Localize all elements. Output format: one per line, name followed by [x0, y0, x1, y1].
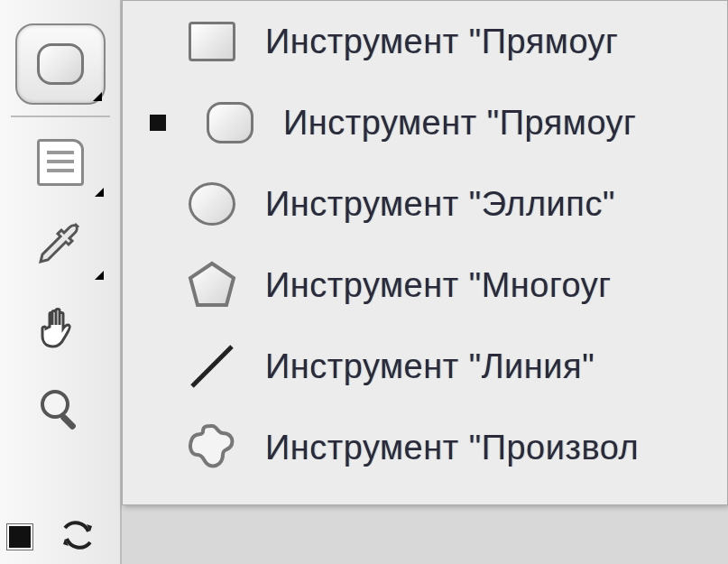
menu-item-custom-shape[interactable]: Инструмент "Произвол [123, 407, 727, 488]
notes-icon [37, 139, 84, 186]
flyout-indicator-icon [93, 92, 102, 101]
hand-icon [35, 301, 86, 356]
menu-item-rectangle[interactable]: Инструмент "Прямоуг [123, 1, 727, 82]
eyedropper-icon [35, 218, 86, 273]
rounded-rectangle-tool[interactable] [15, 23, 106, 105]
svg-line-3 [192, 347, 232, 386]
swap-colors-icon[interactable] [60, 517, 96, 557]
svg-marker-2 [190, 264, 234, 305]
ellipse-icon [189, 182, 235, 226]
menu-label: Инструмент "Прямоуг [265, 23, 618, 61]
flyout-indicator-icon [95, 271, 104, 280]
svg-point-0 [42, 392, 68, 417]
menu-item-rounded-rectangle[interactable]: Инструмент "Прямоуг [123, 82, 727, 163]
menu-label: Инструмент "Прямоуг [283, 104, 636, 143]
menu-label: Инструмент "Эллипс" [265, 185, 615, 224]
selected-indicator-icon [150, 115, 166, 131]
menu-label: Инструмент "Многоуг [265, 266, 612, 305]
polygon-icon [184, 257, 240, 313]
menu-label: Инструмент "Линия" [265, 347, 594, 386]
menu-item-polygon[interactable]: Инструмент "Многоуг [123, 245, 727, 326]
menu-item-line[interactable]: Инструмент "Линия" [123, 326, 727, 407]
tools-panel [0, 0, 122, 564]
rectangle-icon [189, 22, 235, 61]
zoom-tool[interactable] [15, 375, 106, 448]
menu-item-ellipse[interactable]: Инструмент "Эллипс" [123, 163, 727, 245]
shape-tools-flyout: Инструмент "Прямоуг Инструмент "Прямоуг … [122, 0, 728, 505]
hand-tool[interactable] [15, 292, 106, 365]
custom-shape-icon [184, 420, 240, 476]
line-icon [184, 338, 240, 394]
svg-rect-1 [60, 413, 77, 430]
color-controls [7, 517, 96, 557]
rounded-rectangle-icon [37, 43, 84, 85]
magnifier-icon [35, 384, 86, 439]
eyedropper-tool[interactable] [15, 209, 106, 282]
rounded-rectangle-icon [207, 102, 253, 143]
menu-label: Инструмент "Произвол [265, 429, 639, 467]
flyout-indicator-icon [95, 188, 104, 197]
foreground-color-swatch[interactable] [7, 524, 32, 550]
notes-tool[interactable] [15, 126, 106, 199]
toolbar-divider [11, 116, 110, 117]
